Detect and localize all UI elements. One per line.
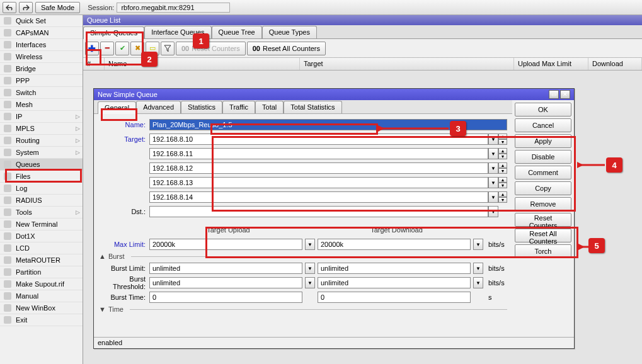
burst-limit-dl-dropdown[interactable]: ▼ [473,263,483,274]
undo-button[interactable] [3,2,16,13]
burst-time-ul-input[interactable] [149,292,302,303]
name-input[interactable] [149,119,507,130]
dialog-titlebar[interactable]: New Simple Queue ▭ ✕ [94,89,574,100]
sidebar-item-log[interactable]: Log [0,183,83,195]
burst-thr-ul-dropdown[interactable]: ▼ [305,277,315,288]
sidebar-item-files[interactable]: Files [0,171,83,183]
cancel-button[interactable]: Cancel [515,118,571,132]
add-button[interactable]: ✚ [85,42,99,55]
expand-icon[interactable]: ▼ [99,305,106,313]
target-up-0[interactable]: ▲ [498,134,507,139]
target-input-2[interactable] [149,162,488,174]
comment-button[interactable]: Comment [515,166,571,179]
reset-all-counters-button[interactable]: Reset All Counters [515,229,571,242]
apply-button[interactable]: Apply [515,134,571,148]
dialog-tab-statistics[interactable]: Statistics [181,101,222,113]
burst-thr-ul-input[interactable] [149,277,302,288]
comment-toolbar-button[interactable]: ▭ [146,42,159,55]
dialog-tab-advanced[interactable]: Advanced [136,101,181,113]
sidebar-item-capsman[interactable]: CAPsMAN [0,27,83,39]
tab-simple-queues[interactable]: Simple Queues [83,26,144,39]
burst-thr-dl-input[interactable] [318,277,471,288]
target-dropdown-2[interactable]: ▼ [488,162,498,174]
dst-input[interactable] [149,206,488,217]
max-limit-upload-input[interactable] [149,239,302,250]
disable-button[interactable]: Disable [515,150,571,164]
close-icon[interactable]: ✕ [560,90,570,99]
redo-button[interactable] [19,2,33,13]
burst-limit-ul-input[interactable] [149,263,302,274]
reset-all-counters-button[interactable]: 00Reset All Counters [247,42,326,55]
torch-button[interactable]: Torch [515,244,571,258]
col-target[interactable]: Target [300,58,514,70]
target-dropdown-4[interactable]: ▼ [488,191,498,203]
dialog-tab-total-statistics[interactable]: Total Statistics [284,101,341,113]
target-input-4[interactable] [149,191,488,203]
sidebar-item-new-winbox[interactable]: New WinBox [0,302,83,314]
sidebar-item-ppp[interactable]: PPP [0,75,83,87]
target-down-4[interactable]: ▼ [498,197,507,203]
sidebar-item-routing[interactable]: Routing▷ [0,135,83,147]
burst-limit-ul-dropdown[interactable]: ▼ [305,263,315,274]
target-down-0[interactable]: ▼ [498,139,507,145]
target-up-4[interactable]: ▲ [498,191,507,197]
sidebar-item-lcd[interactable]: LCD [0,242,83,254]
max-limit-ul-dropdown[interactable]: ▼ [305,239,315,250]
target-down-1[interactable]: ▼ [498,154,507,159]
sidebar-item-switch[interactable]: Switch [0,87,83,99]
sidebar-item-interfaces[interactable]: Interfaces [0,39,83,51]
sidebar-item-mesh[interactable]: Mesh [0,99,83,111]
minimize-icon[interactable]: ▭ [549,90,559,99]
burst-time-dl-input[interactable] [318,292,471,303]
col-download[interactable]: Download [588,58,642,70]
sidebar-item-make-supout.rif[interactable]: Make Supout.rif [0,278,83,290]
ok-button[interactable]: OK [515,103,571,117]
target-up-2[interactable]: ▲ [498,162,507,168]
reset-counters-button[interactable]: 00Reset Counters [176,42,246,55]
dialog-tab-traffic[interactable]: Traffic [222,101,255,113]
col-name[interactable]: Name [105,58,300,70]
target-up-1[interactable]: ▲ [498,148,507,154]
filter-button[interactable] [161,42,175,55]
sidebar-item-mpls[interactable]: MPLS▷ [0,123,83,135]
sidebar-item-bridge[interactable]: Bridge [0,63,83,75]
max-limit-dl-dropdown[interactable]: ▼ [473,239,483,250]
sidebar-item-wireless[interactable]: Wireless [0,51,83,63]
max-limit-download-input[interactable] [318,239,471,250]
copy-button[interactable]: Copy [515,181,571,195]
collapse-icon[interactable]: ▲ [99,253,106,260]
remove-button[interactable]: Remove [515,197,571,211]
target-up-3[interactable]: ▲ [498,177,507,183]
sidebar-item-quick-set[interactable]: Quick Set [0,15,83,27]
target-input-3[interactable] [149,177,488,188]
dialog-tab-general[interactable]: General [98,101,136,114]
disable-toolbar-button[interactable]: ✖ [130,42,144,55]
dst-dropdown[interactable]: ▼ [488,206,498,217]
sidebar-item-ip[interactable]: IP▷ [0,111,83,123]
tab-queue-tree[interactable]: Queue Tree [212,26,262,38]
sidebar-item-queues[interactable]: Queues [0,159,83,171]
col-upload[interactable]: Upload Max Limit [514,58,588,70]
target-dropdown-1[interactable]: ▼ [488,148,498,159]
target-down-3[interactable]: ▼ [498,183,507,188]
dialog-tab-total[interactable]: Total [255,101,284,113]
sidebar-item-dot1x[interactable]: Dot1X [0,230,83,242]
target-dropdown-0[interactable]: ▼ [488,134,498,145]
target-input-0[interactable] [149,134,488,145]
target-dropdown-3[interactable]: ▼ [488,177,498,188]
target-input-1[interactable] [149,148,488,159]
remove-toolbar-button[interactable]: ━ [100,42,114,55]
sidebar-item-partition[interactable]: Partition [0,266,83,278]
tab-queue-types[interactable]: Queue Types [262,26,317,38]
sidebar-item-manual[interactable]: Manual [0,290,83,302]
sidebar-item-new-terminal[interactable]: New Terminal [0,219,83,230]
burst-thr-dl-dropdown[interactable]: ▼ [473,277,483,288]
target-down-2[interactable]: ▼ [498,168,507,174]
enable-button[interactable]: ✔ [115,42,129,55]
reset-counters-button[interactable]: Reset Counters [515,213,571,227]
sidebar-item-tools[interactable]: Tools▷ [0,207,83,219]
tab-interface-queues[interactable]: Interface Queues [144,26,211,38]
burst-limit-dl-input[interactable] [318,263,471,274]
sidebar-item-exit[interactable]: Exit [0,314,83,326]
sidebar-item-system[interactable]: System▷ [0,147,83,159]
